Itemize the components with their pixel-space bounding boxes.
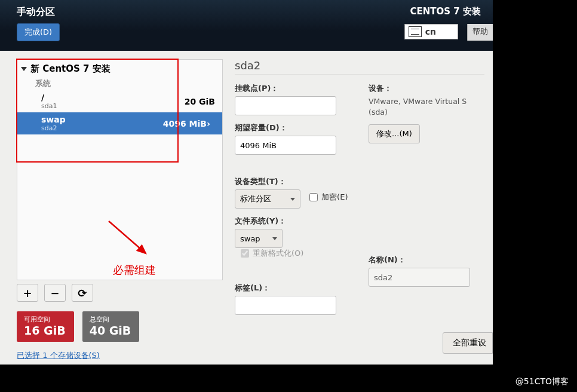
available-space-label: 可用空间 bbox=[24, 315, 66, 324]
available-space-card: 可用空间 16 GiB bbox=[17, 311, 74, 342]
partition-row-swap[interactable]: swap sda2 4096 MiB › bbox=[17, 112, 222, 134]
partition-size: 4096 MiB › bbox=[163, 119, 215, 128]
name-input bbox=[369, 268, 470, 287]
available-space-value: 16 GiB bbox=[24, 324, 66, 337]
reload-button[interactable]: ⟳ bbox=[72, 284, 93, 302]
filesystem-select[interactable]: swap bbox=[235, 229, 283, 248]
installer-window: 手动分区 CENTOS 7 安装 完成(D) cn 帮助 必需组建 新 Cent… bbox=[0, 0, 493, 365]
tag-input[interactable] bbox=[235, 296, 336, 315]
section-label: 系统 bbox=[17, 76, 222, 90]
total-space-label: 总空间 bbox=[90, 315, 131, 324]
done-button[interactable]: 完成(D) bbox=[17, 23, 60, 41]
reset-all-button[interactable]: 全部重设 bbox=[443, 332, 493, 354]
remove-partition-button[interactable]: − bbox=[44, 284, 66, 302]
capacity-input[interactable] bbox=[235, 136, 336, 155]
device-type-select[interactable]: 标准分区 bbox=[235, 189, 300, 209]
total-space-card: 总空间 40 GiB bbox=[82, 311, 140, 342]
watermark: @51CTO博客 bbox=[515, 376, 569, 387]
partition-device: sda2 bbox=[41, 124, 66, 132]
keyboard-icon bbox=[409, 26, 422, 37]
chevron-down-icon bbox=[290, 198, 295, 201]
add-partition-button[interactable]: + bbox=[17, 284, 38, 302]
partition-name: swap bbox=[41, 115, 66, 124]
partition-device: sda1 bbox=[41, 102, 57, 110]
svg-line-0 bbox=[109, 221, 146, 253]
partition-size: 20 GiB bbox=[185, 97, 215, 106]
device-type-label: 设备类型(T)： bbox=[235, 176, 351, 187]
device-label: 设备： bbox=[369, 83, 484, 94]
mount-point-input[interactable] bbox=[235, 96, 336, 115]
modify-device-button[interactable]: 修改...(M) bbox=[369, 124, 420, 143]
body: 必需组建 新 CentOS 7 安装 系统 / sda1 20 GiB swap bbox=[0, 51, 493, 361]
name-label: 名称(N)： bbox=[369, 255, 484, 265]
header-bar: 手动分区 CENTOS 7 安装 完成(D) cn 帮助 bbox=[0, 0, 493, 51]
annotation-arrow bbox=[104, 216, 164, 276]
storage-devices-link[interactable]: 已选择 1 个存储设备(S) bbox=[17, 350, 100, 361]
partition-tree-header[interactable]: 新 CentOS 7 安装 bbox=[17, 60, 222, 76]
reformat-checkbox: 重新格式化(O) bbox=[241, 248, 303, 259]
tree-header-label: 新 CentOS 7 安装 bbox=[30, 63, 111, 75]
space-info: 可用空间 16 GiB 总空间 40 GiB bbox=[17, 311, 223, 342]
help-button[interactable]: 帮助 bbox=[467, 24, 493, 41]
partition-detail-title: sda2 bbox=[235, 59, 484, 75]
total-space-value: 40 GiB bbox=[90, 324, 131, 337]
partition-row-root[interactable]: / sda1 20 GiB bbox=[17, 90, 222, 112]
chevron-right-icon: › bbox=[207, 119, 210, 128]
tag-label: 标签(L)： bbox=[235, 283, 351, 293]
filesystem-label: 文件系统(Y)： bbox=[235, 216, 351, 226]
encrypt-checkbox[interactable]: 加密(E) bbox=[309, 192, 348, 203]
right-pane: sda2 挂载点(P)： 期望容量(D)： 设备类型(T)： bbox=[235, 59, 484, 361]
capacity-label: 期望容量(D)： bbox=[235, 122, 351, 133]
partition-name: / bbox=[41, 93, 57, 102]
chevron-down-icon bbox=[272, 237, 277, 240]
installer-title: CENTOS 7 安装 bbox=[410, 6, 481, 17]
left-pane: 必需组建 新 CentOS 7 安装 系统 / sda1 20 GiB swap bbox=[17, 59, 223, 361]
partition-list: 必需组建 新 CentOS 7 安装 系统 / sda1 20 GiB swap bbox=[17, 59, 223, 280]
caret-down-icon bbox=[21, 67, 27, 71]
annotation-text: 必需组建 bbox=[113, 263, 156, 277]
device-text: VMware, VMware Virtual S (sda) bbox=[369, 96, 484, 117]
partition-toolbar: + − ⟳ bbox=[17, 284, 223, 302]
keyboard-layout-selector[interactable]: cn bbox=[404, 24, 458, 39]
mount-point-label: 挂载点(P)： bbox=[235, 83, 351, 94]
keyboard-layout-text: cn bbox=[425, 27, 458, 36]
